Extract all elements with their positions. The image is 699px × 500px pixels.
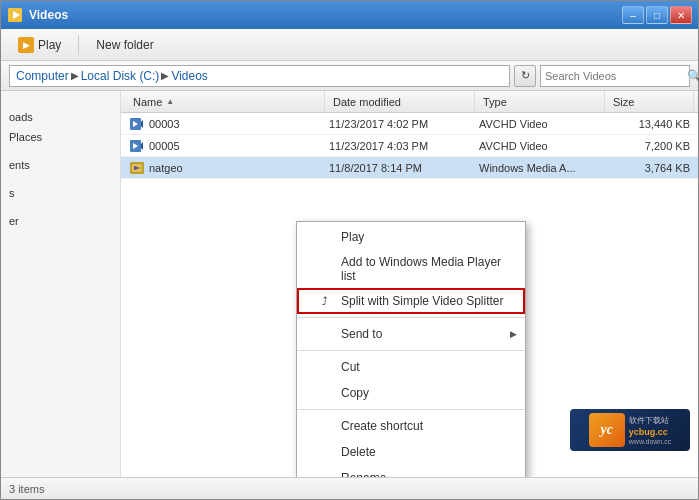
file-name-cell: natgeo	[121, 157, 321, 178]
search-input[interactable]	[545, 70, 683, 82]
new-folder-button[interactable]: New folder	[87, 34, 162, 56]
status-text: 3 items	[9, 483, 44, 495]
sidebar-item-er[interactable]: er	[1, 211, 120, 231]
window-icon	[7, 7, 23, 23]
sidebar-item-downloads[interactable]: oads	[1, 107, 120, 127]
column-header-type[interactable]: Type	[475, 91, 605, 112]
shortcut-icon	[317, 418, 333, 434]
sidebar-item-3[interactable]	[1, 175, 120, 183]
svg-marker-3	[141, 120, 143, 128]
watermark-tagline: 软件下载站	[629, 415, 671, 426]
maximize-button[interactable]: □	[646, 6, 668, 24]
context-menu-split-svs[interactable]: ⤴ Split with Simple Video Splitter	[297, 288, 525, 314]
sort-arrow-name: ▲	[166, 97, 174, 106]
play-icon: ▶	[18, 37, 34, 53]
play-button[interactable]: ▶ Play	[9, 33, 70, 57]
minimize-button[interactable]: –	[622, 6, 644, 24]
context-menu-delete[interactable]: Delete	[297, 439, 525, 465]
sidebar-item-s[interactable]: s	[1, 183, 120, 203]
file-area: Name ▲ Date modified Type Size	[121, 91, 698, 477]
context-menu: Play Add to Windows Media Player list ⤴ …	[296, 221, 526, 477]
status-bar: 3 items	[1, 477, 698, 499]
search-icon[interactable]: 🔍	[687, 69, 699, 83]
sidebar-item-places[interactable]: Places	[1, 127, 120, 147]
sidebar-item-1[interactable]	[1, 99, 120, 107]
toolbar-separator	[78, 35, 79, 55]
context-menu-add-wmp[interactable]: Add to Windows Media Player list	[297, 250, 525, 288]
breadcrumb[interactable]: Computer ▶ Local Disk (C:) ▶ Videos	[9, 65, 510, 87]
context-menu-separator-3	[297, 409, 525, 410]
table-row[interactable]: 00003 11/23/2017 4:02 PM AVCHD Video 13,…	[121, 113, 698, 135]
context-menu-separator-1	[297, 317, 525, 318]
context-menu-rename[interactable]: Rename	[297, 465, 525, 477]
refresh-button[interactable]: ↻	[514, 65, 536, 87]
play-menu-icon	[317, 229, 333, 245]
context-menu-send-to[interactable]: Send to	[297, 321, 525, 347]
context-menu-copy[interactable]: Copy	[297, 380, 525, 406]
explorer-window: Videos – □ ✕ ▶ Play New folder Computer …	[0, 0, 699, 500]
column-header-size[interactable]: Size	[605, 91, 694, 112]
watermark-container: yc 软件下载站 ycbug.cc www.down.cc	[570, 409, 690, 451]
watermark-url: www.down.cc	[629, 438, 671, 445]
split-icon: ⤴	[317, 293, 333, 309]
sidebar-item-documents[interactable]: ents	[1, 155, 120, 175]
file-list-header: Name ▲ Date modified Type Size	[121, 91, 698, 113]
wmp-icon	[317, 261, 333, 277]
title-bar-left: Videos	[7, 7, 68, 23]
watermark-site: ycbug.cc	[629, 427, 671, 437]
column-header-name[interactable]: Name ▲	[125, 91, 325, 112]
video-icon	[129, 116, 145, 132]
breadcrumb-localdisk[interactable]: Local Disk (C:)	[81, 69, 160, 83]
cut-icon	[317, 359, 333, 375]
file-name-cell: 00003	[121, 113, 321, 134]
toolbar: ▶ Play New folder	[1, 29, 698, 61]
watermark-logo: yc	[589, 413, 625, 447]
search-bar: 🔍	[540, 65, 690, 87]
table-row[interactable]: natgeo 11/8/2017 8:14 PM Windows Media A…	[121, 157, 698, 179]
close-button[interactable]: ✕	[670, 6, 692, 24]
context-menu-play[interactable]: Play	[297, 224, 525, 250]
breadcrumb-computer[interactable]: Computer	[16, 69, 69, 83]
window-title: Videos	[29, 8, 68, 22]
sidebar-item-4[interactable]	[1, 203, 120, 211]
title-bar-buttons: – □ ✕	[622, 6, 692, 24]
table-row[interactable]: 00005 11/23/2017 4:03 PM AVCHD Video 7,2…	[121, 135, 698, 157]
context-menu-create-shortcut[interactable]: Create shortcut	[297, 413, 525, 439]
watermark-text: 软件下载站 ycbug.cc www.down.cc	[629, 415, 671, 445]
column-header-date[interactable]: Date modified	[325, 91, 475, 112]
context-menu-separator-2	[297, 350, 525, 351]
address-bar: Computer ▶ Local Disk (C:) ▶ Videos ↻ 🔍	[1, 61, 698, 91]
rename-icon	[317, 470, 333, 477]
video-icon	[129, 138, 145, 154]
main-content: oads Places ents s er Name ▲ Date modifi…	[1, 91, 698, 477]
sidebar-item-2[interactable]	[1, 147, 120, 155]
breadcrumb-videos[interactable]: Videos	[171, 69, 207, 83]
media-icon	[129, 160, 145, 176]
delete-icon	[317, 444, 333, 460]
svg-marker-6	[141, 142, 143, 150]
send-to-icon	[317, 326, 333, 342]
context-menu-cut[interactable]: Cut	[297, 354, 525, 380]
sidebar: oads Places ents s er	[1, 91, 121, 477]
title-bar: Videos – □ ✕	[1, 1, 698, 29]
file-name-cell: 00005	[121, 135, 321, 156]
copy-icon	[317, 385, 333, 401]
watermark: yc 软件下载站 ycbug.cc www.down.cc	[570, 409, 690, 451]
